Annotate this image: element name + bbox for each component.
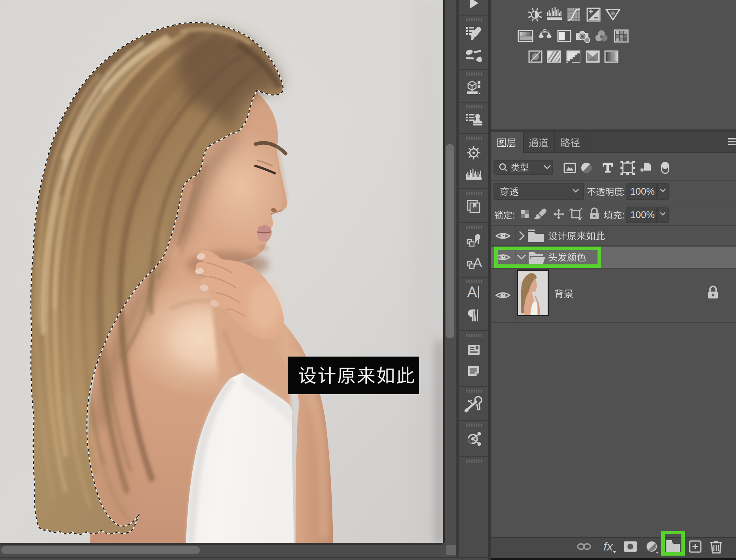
svg-text:fx: fx: [603, 540, 613, 553]
svg-text::: :: [622, 210, 625, 220]
svg-text:100%: 100%: [630, 186, 654, 197]
svg-text::: :: [512, 210, 515, 220]
svg-text:100%: 100%: [630, 209, 654, 220]
svg-text:A: A: [467, 284, 477, 300]
svg-text::: :: [622, 186, 625, 197]
svg-text:A: A: [473, 255, 482, 270]
